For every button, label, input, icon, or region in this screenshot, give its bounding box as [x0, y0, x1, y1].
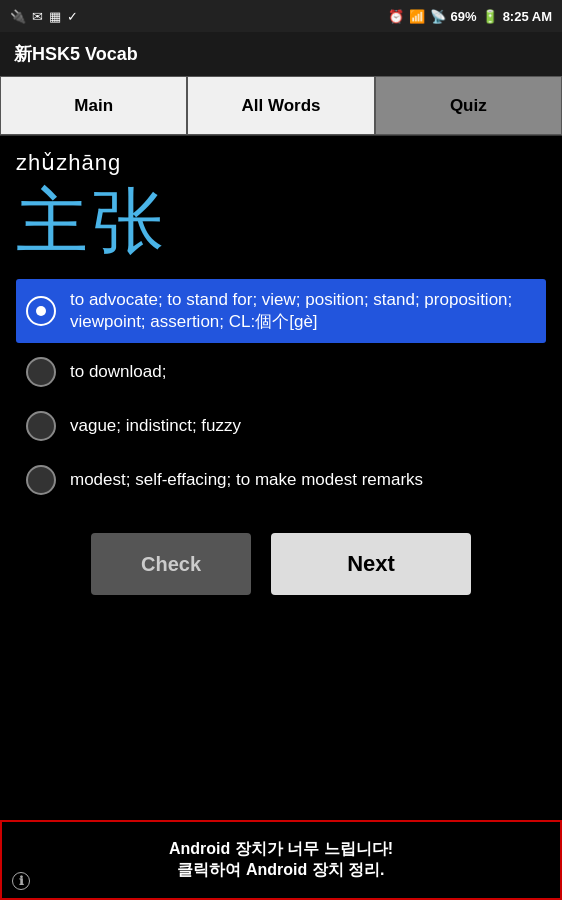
- option-2[interactable]: to download;: [16, 347, 546, 397]
- chinese-character-display: 主张: [16, 182, 546, 261]
- option-2-text: to download;: [70, 361, 166, 383]
- option-1-text: to advocate; to stand for; view; positio…: [70, 289, 536, 333]
- check-icon: ✓: [67, 9, 78, 24]
- clock: 8:25 AM: [503, 9, 552, 24]
- title-bar: 新HSK5 Vocab: [0, 32, 562, 76]
- signal-icon: 📡: [430, 9, 446, 24]
- check-button[interactable]: Check: [91, 533, 251, 595]
- main-content: zhǔzhāng 主张 to advocate; to stand for; v…: [0, 136, 562, 505]
- status-icons-left: 🔌 ✉ ▦ ✓: [10, 9, 78, 24]
- battery-icon: 🔋: [482, 9, 498, 24]
- ad-line1: Android 장치가 너무 느립니다!: [169, 839, 393, 860]
- app-title: 新HSK5 Vocab: [14, 42, 138, 66]
- grid-icon: ▦: [49, 9, 61, 24]
- option-4-text: modest; self-effacing; to make modest re…: [70, 469, 423, 491]
- tab-all-words[interactable]: All Words: [187, 76, 374, 135]
- tab-main[interactable]: Main: [0, 76, 187, 135]
- pinyin-display: zhǔzhāng: [16, 150, 546, 176]
- status-bar: 🔌 ✉ ▦ ✓ ⏰ 📶 📡 69% 🔋 8:25 AM: [0, 0, 562, 32]
- battery-percent: 69%: [451, 9, 477, 24]
- tab-quiz-label: Quiz: [450, 96, 487, 116]
- ad-line2: 클릭하여 Android 장치 정리.: [177, 860, 384, 881]
- ad-banner[interactable]: Android 장치가 너무 느립니다! 클릭하여 Android 장치 정리.…: [0, 820, 562, 900]
- wifi-icon: 📶: [409, 9, 425, 24]
- tab-quiz[interactable]: Quiz: [375, 76, 562, 135]
- status-icons-right: ⏰ 📶 📡 69% 🔋 8:25 AM: [388, 9, 552, 24]
- alarm-icon: ⏰: [388, 9, 404, 24]
- option-3-text: vague; indistinct; fuzzy: [70, 415, 241, 437]
- button-row: Check Next: [0, 509, 562, 595]
- option-4[interactable]: modest; self-effacing; to make modest re…: [16, 455, 546, 505]
- tab-main-label: Main: [74, 96, 113, 116]
- sms-icon: ✉: [32, 9, 43, 24]
- radio-1: [26, 296, 56, 326]
- usb-icon: 🔌: [10, 9, 26, 24]
- tab-all-words-label: All Words: [241, 96, 320, 116]
- tab-bar: Main All Words Quiz: [0, 76, 562, 136]
- next-button[interactable]: Next: [271, 533, 471, 595]
- radio-2: [26, 357, 56, 387]
- option-3[interactable]: vague; indistinct; fuzzy: [16, 401, 546, 451]
- option-1[interactable]: to advocate; to stand for; view; positio…: [16, 279, 546, 343]
- radio-3: [26, 411, 56, 441]
- radio-4: [26, 465, 56, 495]
- info-icon[interactable]: ℹ: [12, 872, 30, 890]
